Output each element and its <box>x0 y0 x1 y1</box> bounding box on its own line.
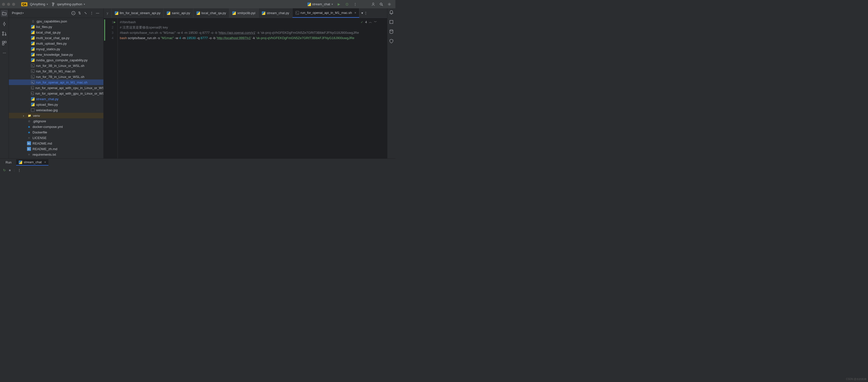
close-dot[interactable] <box>2 3 5 6</box>
tab-label: xmlrpclib.pyi <box>237 11 255 15</box>
shell-icon: >_ <box>31 92 34 95</box>
editor-gutter: ▶ 1 2 3 4 <box>104 18 118 158</box>
svg-rect-13 <box>390 21 393 24</box>
sidebar-title[interactable]: Project <box>12 11 22 15</box>
tree-file[interactable]: M↓README.md <box>9 141 103 146</box>
tree-file[interactable]: ◈Dockerfile <box>9 129 103 135</box>
folder-icon: 📁 <box>28 114 32 118</box>
svg-point-4 <box>3 23 5 25</box>
editor-inspection-widget[interactable]: ✓ 4 ︿ ﹀ <box>361 20 377 24</box>
hide-sidebar-button[interactable]: — <box>95 10 100 16</box>
tree-file[interactable]: mysql_statics.py <box>9 46 103 52</box>
max-dot[interactable] <box>12 3 15 6</box>
prev-problem-button[interactable]: ︿ <box>369 20 372 24</box>
editor-tab[interactable]: xmlrpclib.pyi <box>229 8 259 18</box>
pull-requests-button[interactable] <box>2 31 7 36</box>
tree-file[interactable]: ◈docker-compose.yml <box>9 124 103 129</box>
structure-tool-button[interactable] <box>2 40 7 46</box>
tree-file[interactable]: >_run_for_3B_in_Linux_or_WSL.sh <box>9 63 103 68</box>
tree-file[interactable]: nvidia_gpus_compute_capability.py <box>9 57 103 63</box>
settings-button[interactable] <box>385 1 394 7</box>
file-name-label: run_for_3B_in_Linux_or_WSL.sh <box>36 64 85 68</box>
tree-file[interactable]: >_run_for_7B_in_Linux_or_WSL.sh <box>9 74 103 80</box>
expand-all-button[interactable]: ⇅ <box>77 10 82 16</box>
kebab-icon: ⋮ <box>90 11 93 15</box>
tab-options-button[interactable]: ⋮ <box>364 11 367 15</box>
project-selector[interactable]: QA QAnything ▾ <box>19 1 50 7</box>
rerun-button[interactable]: ↻ <box>3 168 6 172</box>
titlebar: QA QAnything ▾ qanything-python ▾ stream… <box>0 0 395 8</box>
editor-tab[interactable]: y <box>104 8 112 18</box>
tree-file[interactable]: >_run_for_openai_api_with_cpu_in_Linux_o… <box>9 85 103 91</box>
tree-file[interactable]: upload_files.py <box>9 102 103 107</box>
tab-label: y <box>107 11 108 15</box>
run-config-selector[interactable]: stream_chat ▾ <box>305 1 335 7</box>
kebab-icon: ⋮ <box>353 2 357 6</box>
editor-tab[interactable]: >_run_for_openai_api_in_M1_mac.sh× <box>292 8 360 18</box>
run-gutter-icon[interactable]: ▶ <box>114 20 116 25</box>
collapse-all-button[interactable]: ⤡ <box>83 10 88 16</box>
tree-file[interactable]: ≡requirements.txt <box>9 152 103 157</box>
image-icon <box>31 108 35 112</box>
run-tab[interactable]: Run <box>3 159 14 165</box>
docker-icon: ◈ <box>27 130 31 134</box>
min-dot[interactable] <box>7 3 10 6</box>
notifications-button[interactable] <box>389 10 394 15</box>
file-name-label: mysql_statics.py <box>36 47 60 51</box>
search-button[interactable] <box>377 1 385 7</box>
editor-tab[interactable]: sanic_api.py <box>164 8 193 18</box>
select-opened-file-button[interactable] <box>71 10 76 16</box>
tree-file[interactable]: >_run_for_openai_api_with_gpu_in_Linux_o… <box>9 91 103 96</box>
vcs-branch[interactable]: qanything-python ▾ <box>50 1 87 7</box>
stop-button[interactable]: ■ <box>9 168 11 172</box>
tree-file[interactable]: list_files.py <box>9 24 103 30</box>
tree-file[interactable]: >_run_for_3B_in_M1_mac.sh <box>9 68 103 74</box>
code-with-me-button[interactable] <box>369 1 377 7</box>
run-config-tab[interactable]: stream_chat × <box>16 159 49 166</box>
tree-file[interactable]: multi_upload_files.py <box>9 40 103 46</box>
database-button[interactable] <box>389 29 394 34</box>
svg-rect-8 <box>2 41 4 43</box>
editor-tab[interactable]: local_chat_qa.py <box>193 8 229 18</box>
shell-icon: >_ <box>31 81 35 84</box>
file-name-label: upload_files.py <box>36 103 58 107</box>
code-editor[interactable]: ✓ 4 ︿ ﹀ ▶ 1 2 3 4 #!/bin/bash# 注意这里是要修改o… <box>104 18 387 158</box>
editor-tab[interactable]: llm_for_local_stream_api.py <box>112 8 164 18</box>
next-problem-button[interactable]: ﹀ <box>374 20 377 24</box>
run-button[interactable]: ▶ <box>335 1 343 7</box>
shell-icon: >_ <box>31 75 35 79</box>
tree-file[interactable]: new_knowledge_base.py <box>9 52 103 57</box>
tree-file[interactable]: weixiaobao.jpg <box>9 107 103 113</box>
project-tool-button[interactable] <box>1 10 8 17</box>
tree-file[interactable]: ≡LICENSE <box>9 135 103 141</box>
tree-file[interactable]: >_run_for_openai_api_in_M1_mac.sh <box>9 80 103 85</box>
tree-file[interactable]: stream_chat.py <box>9 96 103 102</box>
file-tree[interactable]: {}gpu_capabilities.jsonlist_files.pyloca… <box>9 18 103 158</box>
tree-file[interactable]: multi_local_chat_qa.py <box>9 35 103 40</box>
tab-dropdown-button[interactable]: ▾ <box>361 11 363 15</box>
tree-folder[interactable]: ›📁venv <box>9 113 103 118</box>
code-content[interactable]: #!/bin/bash# 注意这里是要修改openai的 key#bash sc… <box>118 18 387 158</box>
svg-rect-9 <box>4 41 6 43</box>
file-name-label: stream_chat.py <box>36 97 59 101</box>
coverage-button[interactable] <box>389 38 394 43</box>
sidebar-options-button[interactable]: ⋮ <box>89 10 94 16</box>
ai-assistant-button[interactable] <box>389 20 394 25</box>
tree-file[interactable]: M↓README_zh.md <box>9 146 103 152</box>
minimize-icon: — <box>96 11 99 15</box>
more-tools-button[interactable]: ⋯ <box>2 50 7 55</box>
bell-icon <box>389 10 394 15</box>
tree-file[interactable]: local_chat_qa.py <box>9 30 103 35</box>
run-options-button[interactable]: ⋮ <box>18 168 21 172</box>
file-name-label: requirements.txt <box>33 153 56 156</box>
file-name-label: docker-compose.yml <box>33 125 63 129</box>
tree-file[interactable]: ⊘.gitignore <box>9 118 103 124</box>
more-actions-button[interactable]: ⋮ <box>351 1 359 7</box>
tree-file[interactable]: {}gpu_capabilities.json <box>9 19 103 24</box>
close-icon[interactable]: × <box>44 160 46 164</box>
debug-button[interactable] <box>343 1 351 7</box>
svg-point-5 <box>2 32 4 33</box>
close-icon[interactable]: × <box>354 11 356 14</box>
commit-tool-button[interactable] <box>2 22 7 27</box>
editor-tab[interactable]: stream_chat.py <box>259 8 292 18</box>
